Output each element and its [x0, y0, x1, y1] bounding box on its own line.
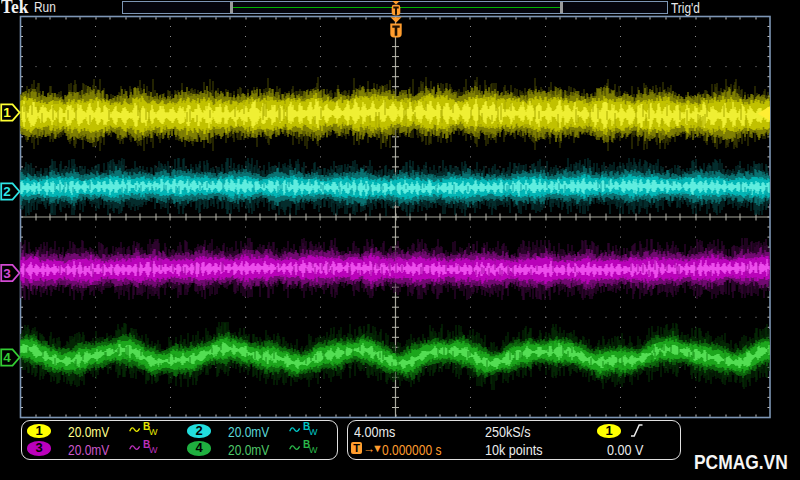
svg-text:4: 4 [3, 350, 11, 365]
svg-text:1: 1 [3, 105, 11, 120]
svg-text:2: 2 [3, 184, 11, 199]
svg-text:3: 3 [3, 266, 11, 281]
